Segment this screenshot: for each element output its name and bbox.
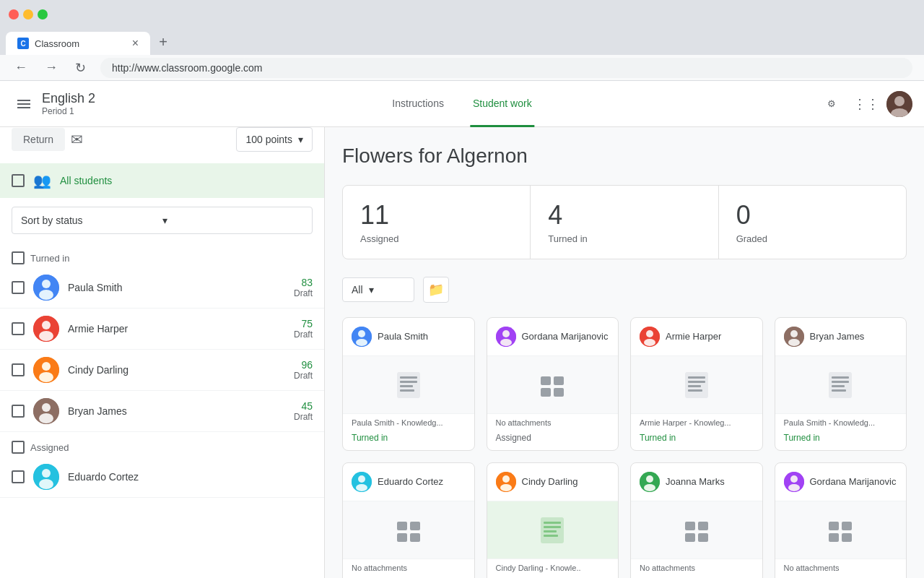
svg-rect-24 bbox=[400, 385, 413, 387]
close-dot[interactable] bbox=[9, 9, 19, 20]
svg-point-17 bbox=[39, 479, 53, 489]
section-turned-in-checkbox[interactable] bbox=[12, 251, 25, 264]
tab-close-button[interactable]: × bbox=[132, 37, 139, 50]
svg-point-65 bbox=[646, 475, 653, 483]
apps-icon: ⋮⋮ bbox=[853, 96, 879, 112]
svg-point-5 bbox=[39, 290, 53, 300]
app-header: English 2 Period 1 Instructions Student … bbox=[0, 81, 924, 127]
card-avatar-cindy bbox=[496, 472, 516, 492]
folder-button[interactable]: 📁 bbox=[423, 277, 449, 303]
student-checkbox-cindy[interactable] bbox=[12, 363, 25, 376]
sort-dropdown[interactable]: Sort by status ▾ bbox=[12, 207, 313, 234]
settings-button[interactable]: ⚙ bbox=[817, 90, 846, 118]
student-checkbox-eduardo[interactable] bbox=[12, 470, 25, 483]
student-card-eduardo[interactable]: Eduardo Cortez No attachments bbox=[342, 462, 475, 578]
card-header-eduardo: Eduardo Cortez bbox=[343, 463, 474, 501]
student-checkbox-paula[interactable] bbox=[12, 281, 25, 294]
card-avatar-paula bbox=[352, 327, 372, 347]
student-row-paula-smith[interactable]: Paula Smith 83 Draft bbox=[0, 267, 324, 309]
all-students-label: All students bbox=[60, 175, 112, 186]
reload-button[interactable]: ↻ bbox=[72, 57, 89, 79]
card-status-eduardo bbox=[343, 575, 474, 578]
card-thumbnail-gordana2 bbox=[775, 501, 907, 559]
user-avatar[interactable] bbox=[886, 91, 912, 117]
back-button[interactable]: ← bbox=[12, 57, 30, 78]
card-name-gordana: Gordana Marijanovic bbox=[522, 331, 609, 343]
student-card-paula[interactable]: Paula Smith Paula Smith - Knowledg... Tu… bbox=[342, 317, 475, 451]
assignment-title: Flowers for Algernon bbox=[342, 144, 907, 168]
card-filename-joanna: No attachments bbox=[631, 559, 762, 575]
section-assigned-checkbox[interactable] bbox=[12, 441, 25, 454]
svg-rect-62 bbox=[544, 530, 557, 532]
points-select[interactable]: 100 points ▾ bbox=[236, 127, 313, 152]
svg-point-1 bbox=[894, 96, 905, 106]
student-card-bryan[interactable]: Bryan James Paula Smith - Knowledg... Tu… bbox=[775, 317, 907, 451]
svg-rect-29 bbox=[541, 376, 551, 385]
card-header-bryan: Bryan James bbox=[775, 318, 907, 356]
content-area: Flowers for Algernon 11 Assigned 4 Turne… bbox=[325, 127, 924, 578]
card-avatar-joanna bbox=[640, 472, 660, 492]
sort-dropdown-arrow: ▾ bbox=[162, 215, 304, 226]
card-name-paula: Paula Smith bbox=[378, 331, 428, 343]
card-name-joanna: Joanna Marks bbox=[666, 476, 725, 488]
svg-rect-70 bbox=[698, 533, 708, 542]
card-status-bryan: Turned in bbox=[775, 430, 907, 450]
svg-rect-40 bbox=[688, 389, 702, 392]
card-thumbnail-joanna bbox=[631, 501, 762, 559]
student-row-cindy-darling[interactable]: Cindy Darling 96 Draft bbox=[0, 350, 324, 391]
all-students-checkbox[interactable] bbox=[12, 174, 25, 187]
sidebar-toolbar: Return ✉ 100 points ▾ bbox=[0, 127, 324, 163]
return-button[interactable]: Return bbox=[12, 128, 65, 151]
minimize-dot[interactable] bbox=[23, 9, 33, 20]
browser-tab[interactable]: C Classroom × bbox=[6, 32, 150, 55]
card-thumbnail-cindy bbox=[487, 501, 619, 559]
tab-instructions[interactable]: Instructions bbox=[389, 82, 447, 127]
svg-rect-30 bbox=[554, 376, 564, 385]
student-name-cindy: Cindy Darling bbox=[68, 364, 285, 376]
svg-rect-46 bbox=[832, 381, 849, 383]
card-status-armie: Turned in bbox=[631, 430, 762, 450]
maximize-dot[interactable] bbox=[38, 9, 48, 20]
svg-rect-32 bbox=[554, 388, 564, 397]
all-students-row[interactable]: 👥 All students bbox=[0, 163, 324, 198]
apps-button[interactable]: ⋮⋮ bbox=[852, 90, 881, 118]
tab-student-work[interactable]: Student work bbox=[470, 82, 535, 127]
card-status-gordana: Assigned bbox=[487, 430, 619, 450]
no-attachment-icon-joanna bbox=[682, 516, 711, 545]
card-filename-gordana2: No attachments bbox=[775, 559, 907, 575]
student-row-armie-harper[interactable]: Armie Harper 75 Draft bbox=[0, 309, 324, 350]
new-tab-button[interactable]: + bbox=[153, 32, 173, 52]
student-card-joanna[interactable]: Joanna Marks No attachments bbox=[630, 462, 763, 578]
svg-rect-48 bbox=[832, 389, 846, 392]
brand-subtitle: Period 1 bbox=[42, 106, 95, 116]
card-header-paula: Paula Smith bbox=[343, 318, 474, 356]
svg-rect-45 bbox=[832, 376, 849, 379]
url-input[interactable] bbox=[100, 58, 912, 78]
student-card-gordana2[interactable]: Gordana Marijanovic No attachments bbox=[775, 462, 907, 578]
student-checkbox-armie[interactable] bbox=[12, 322, 25, 335]
student-card-cindy[interactable]: Cindy Darling Cindy Darling - Knowle.. bbox=[487, 462, 619, 578]
svg-point-27 bbox=[502, 330, 510, 337]
filter-select[interactable]: All ▾ bbox=[342, 277, 414, 302]
mail-icon[interactable]: ✉ bbox=[71, 131, 83, 148]
student-card-gordana[interactable]: Gordana Marijanovic No attachments Assig… bbox=[487, 317, 619, 451]
card-status-cindy bbox=[487, 575, 619, 578]
student-grade-cindy: 96 Draft bbox=[294, 359, 313, 381]
tab-title: Classroom bbox=[35, 38, 126, 49]
svg-point-28 bbox=[500, 339, 512, 346]
student-card-armie[interactable]: Armie Harper Armie Harper - Knowleg... T… bbox=[630, 317, 763, 451]
doc-thumbnail-icon bbox=[394, 371, 423, 400]
card-header-armie: Armie Harper bbox=[631, 318, 762, 356]
stat-turned-in-label: Turned in bbox=[548, 233, 700, 244]
svg-point-58 bbox=[500, 484, 512, 491]
svg-rect-39 bbox=[688, 385, 701, 387]
student-row-eduardo[interactable]: Eduardo Cortez bbox=[0, 457, 324, 498]
doc-thumbnail-icon-cindy bbox=[538, 516, 567, 545]
student-checkbox-bryan[interactable] bbox=[12, 405, 25, 418]
forward-button[interactable]: → bbox=[42, 57, 61, 78]
svg-rect-69 bbox=[685, 533, 695, 542]
points-dropdown-arrow: ▾ bbox=[298, 134, 303, 145]
hamburger-menu[interactable] bbox=[12, 92, 36, 116]
card-name-cindy: Cindy Darling bbox=[522, 476, 578, 488]
student-row-bryan-james[interactable]: Bryan James 45 Draft bbox=[0, 391, 324, 432]
